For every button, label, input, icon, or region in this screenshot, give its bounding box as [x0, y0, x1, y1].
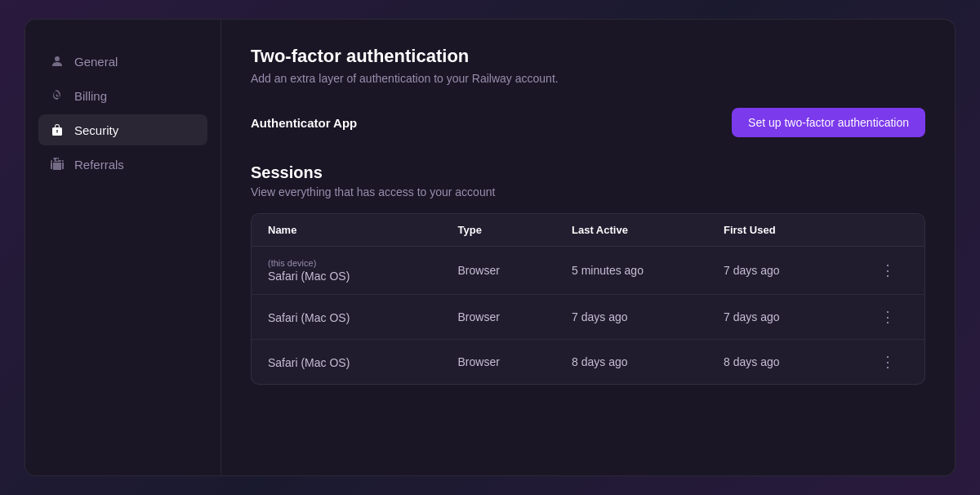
lock-icon [50, 123, 65, 137]
authenticator-row: Authenticator App Set up two-factor auth… [251, 108, 925, 137]
device-name-0: Safari (Mac OS) [268, 270, 350, 283]
sidebar-item-security-label: Security [74, 123, 118, 137]
session-type-0: Browser [458, 264, 572, 277]
more-menu-button-1[interactable]: ⋮ [875, 306, 900, 328]
col-last-active: Last Active [572, 224, 724, 236]
session-name-col-1: Safari (Mac OS) [268, 310, 458, 324]
sessions-title: Sessions [251, 163, 925, 182]
col-type: Type [458, 224, 572, 236]
session-type-1: Browser [458, 310, 572, 323]
session-first-used-2: 8 days ago [724, 355, 875, 368]
table-row: (this device) Safari (Mac OS) Browser 5 … [252, 247, 924, 295]
session-type-2: Browser [458, 355, 572, 368]
session-name-col-2: Safari (Mac OS) [268, 355, 458, 369]
session-actions-0: ⋮ [875, 260, 908, 281]
authenticator-app-label: Authenticator App [251, 116, 357, 130]
gift-icon [50, 157, 65, 172]
two-factor-title: Two-factor authentication [251, 46, 925, 67]
main-content: Two-factor authentication Add an extra l… [221, 20, 955, 475]
col-actions [875, 224, 908, 236]
dollar-icon [50, 88, 65, 103]
sidebar-item-general[interactable]: General [38, 46, 207, 77]
device-tag-0: (this device) [268, 258, 458, 268]
table-row: Safari (Mac OS) Browser 8 days ago 8 day… [252, 340, 924, 384]
session-first-used-0: 7 days ago [724, 264, 875, 277]
device-name-2: Safari (Mac OS) [268, 356, 350, 369]
sidebar-item-billing[interactable]: Billing [38, 80, 207, 111]
sidebar: General Billing Security [25, 20, 221, 475]
sidebar-item-billing-label: Billing [74, 89, 107, 103]
col-first-used: First Used [724, 224, 875, 236]
session-last-active-1: 7 days ago [572, 310, 724, 323]
more-menu-button-0[interactable]: ⋮ [875, 260, 900, 281]
session-actions-2: ⋮ [875, 351, 908, 372]
person-icon [50, 54, 65, 69]
session-last-active-2: 8 days ago [572, 355, 724, 368]
table-row: Safari (Mac OS) Browser 7 days ago 7 day… [252, 295, 924, 340]
device-name-1: Safari (Mac OS) [268, 311, 350, 324]
sidebar-item-referrals-label: Referrals [74, 158, 124, 172]
app-container: General Billing Security [24, 19, 956, 476]
col-name: Name [268, 224, 458, 236]
session-actions-1: ⋮ [875, 306, 908, 328]
sessions-table: Name Type Last Active First Used (this d… [251, 213, 925, 385]
session-last-active-0: 5 minutes ago [572, 264, 724, 277]
table-header: Name Type Last Active First Used [252, 214, 924, 247]
session-name-col-0: (this device) Safari (Mac OS) [268, 258, 458, 283]
two-factor-description: Add an extra layer of authentication to … [251, 72, 925, 85]
setup-two-factor-button[interactable]: Set up two-factor authentication [732, 108, 925, 137]
more-menu-button-2[interactable]: ⋮ [875, 351, 900, 372]
sidebar-item-security[interactable]: Security [38, 114, 207, 145]
sidebar-item-general-label: General [74, 55, 118, 69]
session-first-used-1: 7 days ago [724, 310, 875, 323]
sidebar-item-referrals[interactable]: Referrals [38, 149, 207, 180]
sessions-description: View everything that has access to your … [251, 185, 925, 198]
